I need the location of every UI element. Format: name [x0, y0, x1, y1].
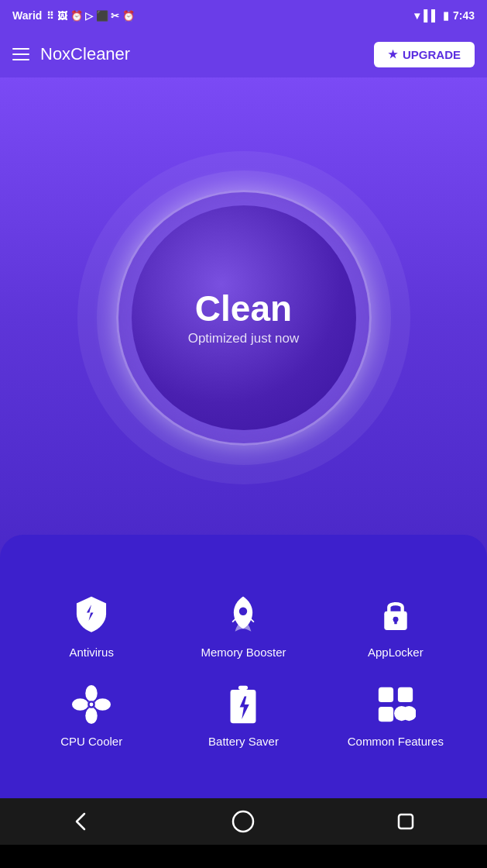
common-features-label: Common Features	[348, 735, 444, 748]
ring-inner: Clean Optimized just now	[116, 190, 372, 446]
clock: 7:43	[453, 9, 475, 22]
memory-booster-label: Memory Booster	[201, 646, 286, 659]
ring-outer: Clean Optimized just now	[77, 151, 410, 484]
home-button[interactable]	[220, 806, 266, 837]
ring-mid: Clean Optimized just now	[97, 170, 391, 465]
svg-point-0	[239, 608, 247, 615]
svg-rect-11	[238, 686, 248, 690]
feature-common[interactable]: Common Features	[345, 682, 446, 748]
shield-bolt-icon	[69, 593, 114, 638]
battery-bolt-icon	[221, 682, 266, 727]
back-icon	[70, 811, 92, 832]
svg-point-8	[72, 698, 88, 710]
feature-antivirus[interactable]: Antivirus	[41, 593, 142, 659]
features-panel: Antivirus Memory Booster	[0, 535, 487, 798]
feature-applocker[interactable]: AppLocker	[345, 593, 446, 659]
status-right: ▾ ▌▌ ▮ 7:43	[414, 9, 475, 22]
back-button[interactable]	[58, 806, 105, 837]
clean-button[interactable]: Clean Optimized just now	[132, 205, 356, 430]
cpu-cooler-label: CPU Cooler	[60, 735, 122, 748]
header: NoxCleaner ★ UPGRADE	[0, 31, 487, 78]
svg-rect-14	[379, 687, 393, 702]
notif-icons: ⠿ 🖼 ⏰ ▷ ⬛ ✂ ⏰	[46, 10, 135, 22]
svg-point-19	[233, 811, 253, 832]
svg-rect-20	[399, 815, 413, 828]
menu-icon[interactable]	[12, 48, 29, 60]
feature-memory-booster[interactable]: Memory Booster	[193, 593, 293, 659]
svg-point-5	[85, 685, 97, 701]
svg-rect-3	[394, 619, 396, 624]
svg-point-7	[85, 708, 97, 724]
svg-rect-15	[398, 687, 413, 702]
app-title: NoxCleaner	[40, 44, 130, 64]
wifi-icon: ▾	[414, 9, 420, 22]
antivirus-label: Antivirus	[69, 646, 114, 659]
status-bar: Warid ⠿ 🖼 ⏰ ▷ ⬛ ✂ ⏰ ▾ ▌▌ ▮ 7:43	[0, 0, 487, 31]
battery-saver-label: Battery Saver	[208, 735, 279, 748]
carrier-label: Warid	[12, 9, 42, 22]
grid-icon	[373, 682, 418, 727]
svg-point-10	[90, 703, 94, 707]
upgrade-label: UPGRADE	[403, 48, 461, 61]
lock-icon	[373, 593, 418, 638]
svg-rect-16	[379, 707, 393, 722]
recents-button[interactable]	[382, 806, 429, 837]
main-area: Clean Optimized just now	[0, 78, 487, 558]
features-row-1: Antivirus Memory Booster	[0, 585, 487, 666]
feature-cpu-cooler[interactable]: CPU Cooler	[41, 682, 142, 748]
home-icon	[231, 809, 256, 834]
applocker-label: AppLocker	[368, 646, 424, 659]
optimized-label: Optimized just now	[188, 331, 300, 346]
nav-bar	[0, 798, 487, 845]
status-left: Warid ⠿ 🖼 ⏰ ▷ ⬛ ✂ ⏰	[12, 9, 135, 22]
star-icon: ★	[388, 48, 398, 60]
features-row-2: CPU Cooler Battery Saver	[0, 674, 487, 756]
battery-icon: ▮	[443, 9, 449, 22]
fan-icon	[69, 682, 114, 727]
recents-icon	[395, 811, 417, 832]
rocket-icon	[221, 593, 266, 638]
feature-battery-saver[interactable]: Battery Saver	[193, 682, 293, 748]
svg-point-6	[94, 698, 111, 710]
header-left: NoxCleaner	[12, 44, 130, 64]
upgrade-button[interactable]: ★ UPGRADE	[374, 42, 475, 67]
signal-icon: ▌▌	[424, 9, 439, 22]
clean-label: Clean	[195, 289, 292, 329]
